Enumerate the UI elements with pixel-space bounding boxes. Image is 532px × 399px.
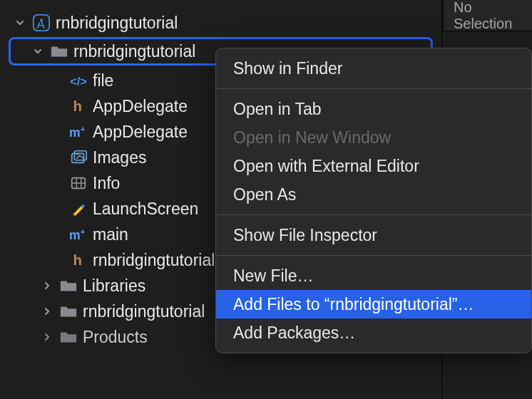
inspector-header: No Selection [443, 0, 532, 31]
tree-label: LaunchScreen [93, 200, 198, 219]
disclosure-closed-icon[interactable] [40, 307, 54, 316]
svg-text:</>: </> [70, 75, 87, 88]
menu-new-file[interactable]: New File… [216, 261, 531, 290]
tree-row-project[interactable]: rnbridgingtutorial [0, 10, 441, 36]
tree-label: main [93, 225, 128, 244]
disclosure-closed-icon[interactable] [40, 333, 54, 341]
tree-label: Products [83, 328, 148, 347]
menu-open-new-window: Open in New Window [216, 123, 531, 152]
tree-label: rnbridgingtutorial [93, 251, 215, 270]
menu-add-packages[interactable]: Add Packages… [216, 318, 531, 347]
svg-text:+: + [81, 227, 86, 236]
svg-text:+: + [81, 125, 86, 133]
svg-text:h: h [73, 98, 82, 114]
context-menu: Show in Finder Open in Tab Open in New W… [215, 48, 532, 353]
folder-icon [58, 276, 78, 296]
header-file-icon: h [68, 96, 88, 116]
tree-label: AppDelegate [93, 97, 188, 116]
menu-separator [216, 255, 531, 256]
tree-label: Images [93, 148, 146, 167]
menu-show-in-finder[interactable]: Show in Finder [216, 54, 531, 83]
images-icon [68, 147, 88, 167]
inspector-title: No Selection [454, 0, 532, 32]
tree-label-project: rnbridgingtutorial [56, 14, 178, 33]
menu-open-external-editor[interactable]: Open with External Editor [216, 152, 531, 180]
disclosure-closed-icon[interactable] [40, 281, 54, 290]
tree-label: AppDelegate [93, 123, 188, 142]
disclosure-open-icon[interactable] [31, 47, 45, 56]
disclosure-open-icon[interactable] [13, 19, 27, 27]
tree-label: file [93, 71, 113, 90]
menu-open-in-tab[interactable]: Open in Tab [216, 95, 531, 123]
svg-rect-13 [71, 214, 75, 217]
menu-add-files[interactable]: Add Files to “rnbridgingtutorial”… [216, 290, 531, 318]
menu-open-as[interactable]: Open As [216, 180, 531, 209]
svg-point-8 [77, 153, 79, 155]
mm-file-icon: m+ [68, 224, 88, 244]
tree-label: Libraries [83, 276, 145, 296]
menu-show-file-inspector[interactable]: Show File Inspector [216, 221, 531, 249]
code-icon: </> [68, 71, 88, 90]
header-file-icon: h [68, 250, 88, 270]
svg-text:m: m [69, 125, 81, 140]
storyboard-icon [68, 199, 88, 219]
tree-label-folder: rnbridgingtutorial [73, 42, 195, 61]
folder-icon [49, 41, 69, 61]
menu-separator [216, 88, 531, 89]
svg-text:m: m [69, 228, 81, 242]
app-icon [31, 13, 51, 33]
tree-label: rnbridgingtutorial [83, 302, 205, 321]
folder-icon [58, 327, 78, 347]
grid-icon [68, 173, 88, 193]
svg-text:h: h [73, 252, 82, 268]
folder-icon [58, 301, 78, 321]
mm-file-icon: m+ [68, 122, 88, 142]
tree-label: Info [93, 174, 120, 193]
menu-separator [216, 214, 531, 215]
